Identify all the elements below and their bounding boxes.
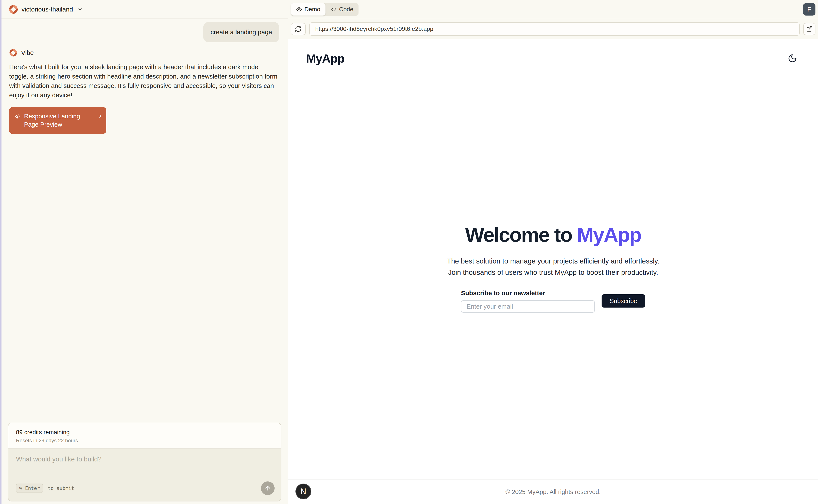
moon-icon [788, 54, 797, 63]
credits-reset-info: Resets in 29 days 22 hours [16, 438, 273, 444]
send-button[interactable] [261, 481, 275, 495]
refresh-icon [295, 26, 302, 32]
site-brand: MyApp [306, 52, 344, 65]
tab-demo-label: Demo [304, 6, 320, 13]
shortcut-hint: to submit [48, 485, 74, 491]
hero-title-prefix: Welcome to [465, 223, 572, 246]
chevron-down-icon[interactable] [77, 7, 83, 12]
tab-demo[interactable]: Demo [291, 3, 326, 16]
subscribe-button[interactable]: Subscribe [601, 294, 645, 308]
tab-code-label: Code [339, 6, 353, 13]
newsletter-label: Subscribe to our newsletter [461, 289, 595, 297]
newsletter-form: Subscribe to our newsletter Subscribe [461, 289, 645, 313]
artifact-title: Responsive Landing Page Preview [24, 112, 94, 129]
external-link-icon [806, 26, 813, 32]
assistant-name: Vibe [21, 49, 34, 56]
preview-topbar: Demo Code F [288, 0, 818, 19]
eye-icon [296, 6, 302, 12]
artifact-preview-button[interactable]: Responsive Landing Page Preview [9, 107, 106, 134]
submit-shortcut: ⌘ Enter to submit [16, 484, 74, 493]
hero-title: Welcome toMyApp [465, 223, 641, 246]
site-preview: MyApp Welcome toMyApp The best solution … [288, 39, 818, 504]
composer-footer: ⌘ Enter to submit [8, 480, 281, 501]
project-name: victorious-thailand [21, 6, 73, 13]
dark-mode-toggle[interactable] [786, 52, 798, 64]
preview-panel: Demo Code F https://3000-ihd8eyrchk0pxv5… [288, 0, 818, 504]
vibe-avatar-icon [9, 49, 17, 57]
credits-remaining: 89 credits remaining [16, 429, 273, 436]
vibe-logo-icon [9, 5, 18, 14]
chevron-right-icon [98, 114, 103, 119]
chat-thread: create a landing page Vibe Here's what I… [1, 19, 288, 423]
refresh-button[interactable] [291, 23, 306, 35]
assistant-header: Vibe [9, 49, 279, 57]
user-avatar[interactable]: F [803, 3, 815, 16]
email-field[interactable] [461, 300, 595, 313]
app-window: victorious-thailand create a landing pag… [1, 0, 818, 504]
hero-section: Welcome toMyApp The best solution to man… [288, 71, 818, 480]
project-header[interactable]: victorious-thailand [1, 0, 288, 19]
tab-code[interactable]: Code [326, 3, 359, 16]
address-bar: https://3000-ihd8eyrchk0pxv51r09t6.e2b.a… [288, 19, 818, 39]
site-header: MyApp [288, 39, 818, 71]
composer-input-area [8, 449, 281, 480]
nextjs-dev-badge[interactable]: N [296, 484, 311, 499]
assistant-message: Here's what I built for you: a sleek lan… [9, 62, 279, 100]
user-message-bubble: create a landing page [203, 22, 279, 42]
code-slash-icon [15, 113, 21, 119]
chat-panel: victorious-thailand create a landing pag… [1, 0, 288, 504]
newsletter-field-group: Subscribe to our newsletter [461, 289, 595, 313]
copyright-text: © 2025 MyApp. All rights reserved. [505, 488, 601, 495]
composer-card: 89 credits remaining Resets in 29 days 2… [8, 423, 282, 501]
view-mode-tabs: Demo Code [291, 3, 359, 16]
credits-section: 89 credits remaining Resets in 29 days 2… [8, 423, 281, 449]
open-external-button[interactable] [803, 23, 815, 35]
url-field[interactable]: https://3000-ihd8eyrchk0pxv51r09t6.e2b.a… [309, 22, 800, 36]
hero-subtitle: The best solution to manage your project… [447, 255, 660, 278]
hero-subtitle-line1: The best solution to manage your project… [447, 255, 660, 267]
code-icon [331, 6, 337, 12]
window-edge-strip [0, 0, 1, 504]
arrow-up-icon [264, 485, 271, 492]
hero-subtitle-line2: Join thousands of users who trust MyApp … [447, 267, 660, 278]
site-footer: © 2025 MyApp. All rights reserved. [288, 480, 818, 504]
prompt-input[interactable] [16, 455, 273, 479]
hero-title-brand: MyApp [577, 223, 641, 246]
command-enter-key: ⌘ Enter [16, 484, 43, 493]
